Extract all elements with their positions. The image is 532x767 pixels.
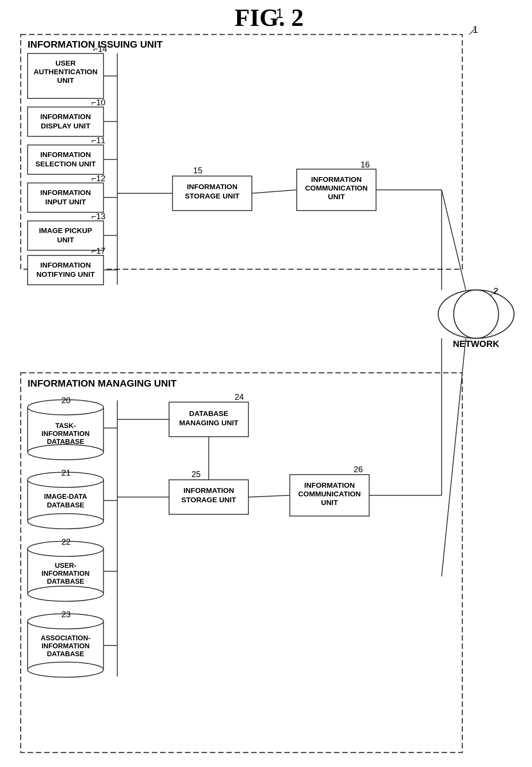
task-db-line1: TASK- bbox=[55, 422, 76, 429]
assoc-db-line2: INFORMATION bbox=[41, 642, 90, 650]
db-managing-line1: DATABASE bbox=[189, 409, 228, 417]
assoc-db-line1: ASSOCIATION- bbox=[41, 634, 90, 642]
info-storage-bottom-line2: STORAGE UNIT bbox=[181, 496, 236, 504]
user-db-bottom bbox=[28, 586, 104, 601]
info-selection-line1: INFORMATION bbox=[40, 151, 91, 158]
info-comm-bottom-line2: COMMUNICATION bbox=[298, 490, 361, 498]
assoc-db-bottom bbox=[28, 662, 104, 677]
image-pickup-line1: IMAGE PICKUP bbox=[39, 226, 92, 234]
info-storage-top-line1: INFORMATION bbox=[187, 183, 238, 191]
user-auth-line3: UNIT bbox=[57, 76, 74, 84]
ref-15: 15 bbox=[193, 166, 203, 175]
image-db-line1: IMAGE-DATA bbox=[44, 493, 87, 500]
image-db-line2: DATABASE bbox=[47, 501, 84, 509]
ref-23: 23 bbox=[61, 610, 71, 619]
info-comm-top-line3: UNIT bbox=[328, 193, 345, 201]
ref-26: 26 bbox=[354, 465, 363, 474]
ref-16: 16 bbox=[361, 160, 370, 169]
info-display-line2: DISPLAY UNIT bbox=[41, 122, 90, 130]
task-db-bottom bbox=[28, 445, 104, 460]
image-db-bottom bbox=[28, 514, 104, 529]
user-auth-line1: USER bbox=[56, 59, 76, 67]
info-storage-bottom-line1: INFORMATION bbox=[184, 486, 234, 494]
ref-21: 21 bbox=[61, 468, 71, 477]
ref-1-marker: 1 bbox=[473, 24, 478, 35]
ref-11: ⌐11 bbox=[91, 136, 106, 145]
ref-10: ⌐10 bbox=[91, 98, 106, 107]
image-pickup-line2: UNIT bbox=[57, 236, 74, 244]
info-display-line1: INFORMATION bbox=[40, 113, 91, 120]
ref-1-title: 1 bbox=[276, 6, 283, 21]
user-db-line1: USER- bbox=[55, 562, 76, 569]
figure-title: FIG. 2 bbox=[235, 4, 304, 31]
storage-to-comm-bottom bbox=[248, 495, 290, 497]
info-input-line1: INFORMATION bbox=[40, 188, 91, 196]
storage-to-comm bbox=[252, 190, 297, 193]
info-storage-top-line2: STORAGE UNIT bbox=[185, 192, 239, 200]
ref-12: ⌐12 bbox=[91, 174, 106, 183]
user-auth-line2: AUTHENTICATION bbox=[33, 68, 97, 76]
info-input-line2: INPUT UNIT bbox=[45, 198, 86, 206]
assoc-db-line3: DATABASE bbox=[47, 650, 84, 658]
ref-20: 20 bbox=[61, 396, 71, 405]
ref-17: ⌐17 bbox=[91, 246, 106, 255]
ref-22: 22 bbox=[61, 537, 71, 546]
info-comm-bottom-line3: UNIT bbox=[321, 498, 338, 506]
network-ellipse-outer bbox=[438, 290, 514, 338]
network-ellipse-inner bbox=[454, 290, 499, 338]
info-comm-top-line2: COMMUNICATION bbox=[305, 184, 368, 192]
user-db-line3: DATABASE bbox=[47, 577, 84, 585]
info-comm-bottom-line1: INFORMATION bbox=[304, 481, 355, 489]
ref-25: 25 bbox=[191, 469, 201, 479]
info-comm-top-line1: INFORMATION bbox=[311, 175, 362, 183]
info-notifying-line1: INFORMATION bbox=[40, 261, 91, 269]
task-db-line2: INFORMATION bbox=[41, 430, 90, 437]
ref-24: 24 bbox=[235, 392, 244, 401]
user-db-line2: INFORMATION bbox=[41, 570, 90, 577]
network-label: NETWORK bbox=[453, 339, 500, 349]
info-selection-line2: SELECTION UNIT bbox=[35, 160, 96, 168]
ref-14: ⌐14 bbox=[93, 44, 107, 54]
managing-unit-label: INFORMATION MANAGING UNIT bbox=[28, 378, 177, 389]
ref-13: ⌐13 bbox=[91, 212, 106, 221]
full-diagram: FIG. 2 1 INFORMATION ISSUING UNIT 1 USER… bbox=[0, 0, 532, 767]
info-notifying-line2: NOTIFYING UNIT bbox=[36, 270, 95, 278]
db-managing-line2: MANAGING UNIT bbox=[179, 419, 238, 427]
task-db-line3: DATABASE bbox=[47, 438, 84, 445]
